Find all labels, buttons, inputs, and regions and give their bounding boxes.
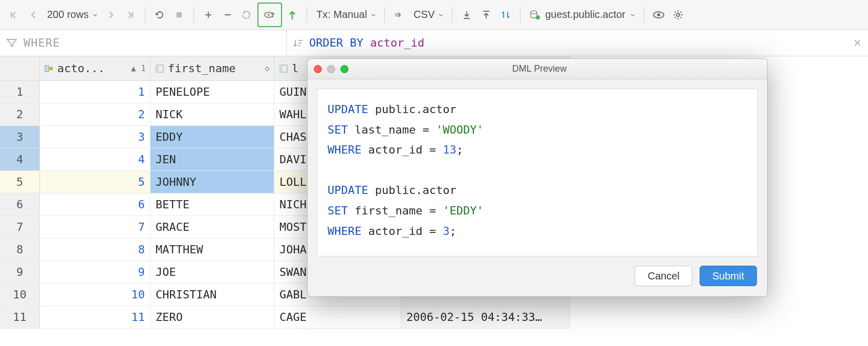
row-number[interactable]: 5 xyxy=(0,171,40,193)
svg-rect-0 xyxy=(177,12,182,17)
import-up-button[interactable] xyxy=(477,6,495,24)
sort-icon[interactable] xyxy=(293,38,303,48)
settings-button[interactable] xyxy=(669,6,687,24)
cell-actor-id[interactable]: 2 xyxy=(40,103,150,126)
datasource-icon xyxy=(530,10,541,20)
key-column-icon xyxy=(44,63,54,74)
cell-actor-id[interactable]: 4 xyxy=(40,148,150,171)
where-label[interactable]: WHERE xyxy=(24,36,60,49)
cell-first-name[interactable]: BETTE xyxy=(150,193,274,216)
cell-timestamp[interactable]: 2006-02-15 04:34:33… xyxy=(401,306,570,329)
column-icon xyxy=(155,63,165,74)
cell-first-name[interactable]: JEN xyxy=(150,148,274,171)
row-number[interactable]: 9 xyxy=(0,261,40,284)
svg-point-7 xyxy=(657,13,660,16)
datasource-dropdown[interactable]: guest.public.actor xyxy=(526,9,639,20)
column-header-first-name[interactable]: first_name ◇ xyxy=(150,56,274,81)
next-page-button[interactable] xyxy=(102,6,120,24)
first-page-button[interactable] xyxy=(4,6,23,24)
submit-dml-button[interactable]: Submit xyxy=(700,266,757,286)
cell-first-name[interactable]: GRACE xyxy=(150,216,274,239)
svg-rect-9 xyxy=(45,66,49,72)
view-button[interactable] xyxy=(649,6,668,24)
prev-page-button[interactable] xyxy=(24,6,42,24)
cell-first-name[interactable]: EDDY xyxy=(150,126,274,148)
svg-point-8 xyxy=(677,13,680,16)
row-number[interactable]: 10 xyxy=(0,284,40,306)
row-number[interactable]: 7 xyxy=(0,216,40,239)
cell-first-name[interactable]: CHRISTIAN xyxy=(150,284,274,306)
cell-first-name[interactable]: JOHNNY xyxy=(150,171,274,193)
svg-rect-15 xyxy=(280,65,283,72)
export-format-dropdown[interactable]: CSV xyxy=(409,9,447,20)
cell-first-name[interactable]: MATTHEW xyxy=(150,239,274,261)
last-page-button[interactable] xyxy=(121,6,140,24)
reload-button[interactable] xyxy=(150,6,169,24)
row-number[interactable]: 6 xyxy=(0,193,40,216)
filter-icon[interactable] xyxy=(6,38,17,48)
row-number[interactable]: 3 xyxy=(0,126,40,148)
window-controls[interactable] xyxy=(314,65,349,73)
revert-button[interactable] xyxy=(238,6,256,24)
tx-mode-dropdown[interactable]: Tx: Manual xyxy=(312,9,379,20)
rownum-header xyxy=(0,56,40,81)
cell-actor-id[interactable]: 7 xyxy=(40,216,150,239)
svg-point-4 xyxy=(531,11,537,14)
cancel-button[interactable]: Cancel xyxy=(635,266,692,286)
filter-bar: WHERE ORDER BY actor_id ✕ xyxy=(0,30,868,56)
row-number[interactable]: 11 xyxy=(0,306,40,329)
cell-actor-id[interactable]: 5 xyxy=(40,171,150,193)
close-window-button[interactable] xyxy=(314,65,322,73)
remove-row-button[interactable] xyxy=(219,6,237,24)
cell-actor-id[interactable]: 8 xyxy=(40,239,150,261)
row-number[interactable]: 8 xyxy=(0,239,40,261)
dml-preview-dialog: DML Preview UPDATE public.actor SET last… xyxy=(307,58,768,297)
cell-actor-id[interactable]: 11 xyxy=(40,306,150,329)
submit-button[interactable] xyxy=(283,6,301,24)
cell-actor-id[interactable]: 1 xyxy=(40,81,150,103)
dialog-title: DML Preview xyxy=(349,63,730,74)
cell-first-name[interactable]: PENELOPE xyxy=(150,81,274,103)
svg-point-5 xyxy=(536,15,540,19)
cell-actor-id[interactable]: 3 xyxy=(40,126,150,148)
toolbar: 200 rows Tx: Manual » CSV guest.public.a… xyxy=(0,0,868,30)
cell-actor-id[interactable]: 10 xyxy=(40,284,150,306)
more-button[interactable]: » xyxy=(390,6,408,24)
sql-preview[interactable]: UPDATE public.actor SET last_name = 'WOO… xyxy=(317,89,758,256)
zoom-window-button[interactable] xyxy=(340,65,349,73)
svg-rect-11 xyxy=(49,68,51,69)
orderby-value[interactable]: actor_id xyxy=(370,36,424,49)
row-number[interactable]: 1 xyxy=(0,81,40,103)
preview-dml-button[interactable] xyxy=(257,3,282,27)
row-count-dropdown[interactable]: 200 rows xyxy=(43,9,101,20)
dialog-titlebar[interactable]: DML Preview xyxy=(308,59,767,79)
svg-rect-13 xyxy=(156,65,159,72)
stop-button[interactable] xyxy=(170,6,188,24)
cell-first-name[interactable]: ZERO xyxy=(150,306,274,329)
cell-actor-id[interactable]: 9 xyxy=(40,261,150,284)
orderby-label: ORDER BY xyxy=(309,36,363,49)
svg-text:»: » xyxy=(395,12,399,18)
compare-button[interactable] xyxy=(496,6,515,24)
cell-last-name[interactable]: CAGE xyxy=(274,306,401,329)
row-number[interactable]: 2 xyxy=(0,103,40,126)
cell-first-name[interactable]: JOE xyxy=(150,261,274,284)
close-filter-button[interactable]: ✕ xyxy=(853,37,862,49)
column-header-actor-id[interactable]: acto... ▲ 1 xyxy=(40,56,150,81)
cell-actor-id[interactable]: 6 xyxy=(40,193,150,216)
export-down-button[interactable] xyxy=(458,6,476,24)
column-icon xyxy=(278,63,289,74)
row-number[interactable]: 4 xyxy=(0,148,40,171)
minimize-window-button[interactable] xyxy=(327,65,335,73)
cell-first-name[interactable]: NICK xyxy=(150,103,274,126)
svg-point-2 xyxy=(268,14,270,16)
add-row-button[interactable] xyxy=(199,6,218,24)
